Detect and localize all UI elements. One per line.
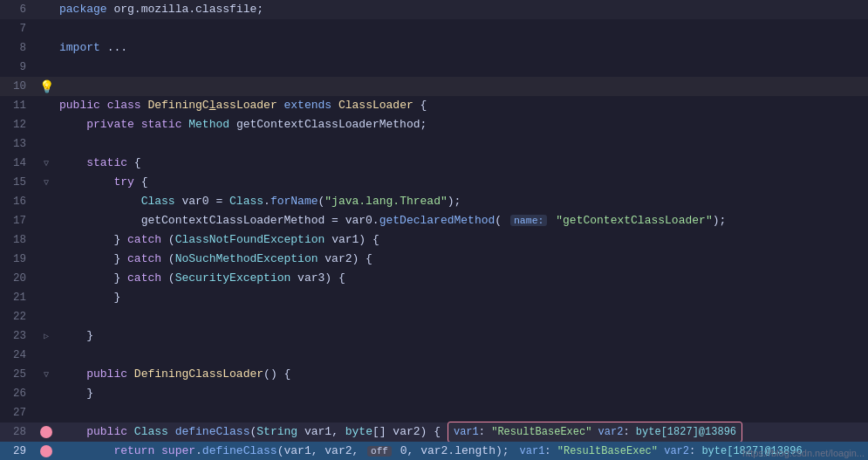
code-line-7: 7: [0, 19, 868, 38]
line-number: 15: [0, 176, 37, 189]
line-number: 17: [0, 215, 37, 227]
line-content-26: }: [56, 384, 868, 403]
line-content-6: package org.mozilla.classfile;: [56, 0, 868, 19]
code-line-14: 14 ▽ static {: [0, 154, 868, 173]
line-content-16: Class var0 = Class.forName("java.lang.Th…: [56, 192, 868, 211]
code-line-10: 10 💡: [0, 77, 868, 96]
line-content-11: public class DefiningClassLoader extends…: [56, 96, 868, 115]
code-line-13: 13: [0, 134, 868, 154]
line-number: 19: [0, 253, 37, 265]
line-number: 28: [0, 426, 37, 438]
code-line-16: 16 Class var0 = Class.forName("java.lang…: [0, 192, 868, 211]
line-number: 23: [0, 330, 37, 342]
line-content-22: [56, 307, 868, 326]
line-content-25: public DefiningClassLoader() {: [56, 365, 868, 384]
code-line-27: 27: [0, 403, 868, 422]
line-number: 6: [0, 3, 37, 16]
line-number: 13: [0, 138, 37, 150]
code-lines: 6 package org.mozilla.classfile; 7 8 imp…: [0, 0, 868, 460]
line-number: 12: [0, 119, 37, 131]
line-content-28: public Class defineClass(String var1, by…: [56, 422, 868, 443]
code-line-18: 18 } catch (ClassNotFoundException var1)…: [0, 230, 868, 250]
code-line-26: 26 }: [0, 384, 868, 403]
fold-arrow-15[interactable]: ▽: [44, 177, 49, 188]
line-content-27: [56, 403, 868, 422]
line-number: 9: [0, 61, 37, 73]
code-line-25: 25 ▽ public DefiningClassLoader() {: [0, 365, 868, 384]
code-line-9: 9: [0, 58, 868, 77]
debug-tooltip-28: var1: "ResultBaseExec" var2: byte[1827]@…: [448, 422, 742, 443]
line-content-13: [56, 134, 868, 154]
off-badge: off: [367, 446, 392, 457]
code-line-29: 29 return super.defineClass(var1, var2, …: [0, 442, 868, 460]
fold-arrow-23[interactable]: ▷: [44, 331, 49, 341]
line-number: 18: [0, 234, 37, 246]
line-number: 11: [0, 100, 37, 112]
watermark: https://blog.csdn.net/loagin...: [742, 448, 865, 458]
line-content-14: static {: [56, 154, 868, 173]
line-content-21: }: [56, 288, 868, 307]
line-number: 8: [0, 42, 37, 54]
line-content-12: private static Method getContextClassLoa…: [56, 115, 868, 134]
code-line-22: 22: [0, 307, 868, 326]
line-content-10: [56, 77, 868, 96]
gutter-28-breakpoint[interactable]: [37, 426, 56, 438]
gutter-10-bulb[interactable]: 💡: [37, 79, 56, 94]
gutter-29-breakpoint[interactable]: [37, 445, 56, 457]
code-line-28: 28 public Class defineClass(String var1,…: [0, 422, 868, 442]
line-number: 27: [0, 407, 37, 419]
line-number: 25: [0, 368, 37, 381]
breakpoint-icon-28: [40, 426, 52, 438]
gutter-14[interactable]: ▽: [37, 158, 56, 168]
gutter-23[interactable]: ▷: [37, 331, 56, 341]
fold-arrow-25[interactable]: ▽: [44, 369, 49, 380]
line-content-24: [56, 346, 868, 365]
breakpoint-icon-29: [40, 445, 52, 457]
gutter-15[interactable]: ▽: [37, 177, 56, 188]
code-editor: 6 package org.mozilla.classfile; 7 8 imp…: [0, 0, 868, 460]
line-number: 21: [0, 292, 37, 304]
line-content-18: } catch (ClassNotFoundException var1) {: [56, 230, 868, 250]
code-line-19: 19 } catch (NoSuchMethodException var2) …: [0, 250, 868, 269]
line-number: 16: [0, 196, 37, 208]
gutter-25[interactable]: ▽: [37, 369, 56, 380]
line-number: 7: [0, 23, 37, 35]
line-content-23: }: [56, 326, 868, 346]
line-content-15: try {: [56, 173, 868, 192]
line-number: 20: [0, 272, 37, 285]
line-content-7: [56, 19, 868, 38]
line-number: 10: [0, 80, 37, 93]
code-line-12: 12 private static Method getContextClass…: [0, 115, 868, 134]
line-content-19: } catch (NoSuchMethodException var2) {: [56, 250, 868, 269]
line-content-20: } catch (SecurityException var3) {: [56, 269, 868, 288]
code-line-8: 8 import ...: [0, 38, 868, 58]
code-line-24: 24: [0, 346, 868, 365]
line-number: 14: [0, 157, 37, 169]
code-line-15: 15 ▽ try {: [0, 173, 868, 192]
line-content-9: [56, 58, 868, 77]
code-line-20: 20 } catch (SecurityException var3) {: [0, 269, 868, 288]
line-number: 24: [0, 349, 37, 361]
code-line-17: 17 getContextClassLoaderMethod = var0.ge…: [0, 211, 868, 230]
fold-arrow-14[interactable]: ▽: [44, 158, 49, 168]
code-line-6: 6 package org.mozilla.classfile;: [0, 0, 868, 19]
line-content-17: getContextClassLoaderMethod = var0.getDe…: [56, 211, 868, 230]
line-number: 29: [0, 445, 37, 457]
line-number: 26: [0, 388, 37, 400]
line-number: 22: [0, 311, 37, 323]
bulb-icon: 💡: [39, 79, 54, 94]
code-line-11: 11 public class DefiningClassLoader exte…: [0, 96, 868, 115]
code-line-23: 23 ▷ }: [0, 326, 868, 346]
line-content-8: import ...: [56, 38, 868, 58]
code-line-21: 21 }: [0, 288, 868, 307]
